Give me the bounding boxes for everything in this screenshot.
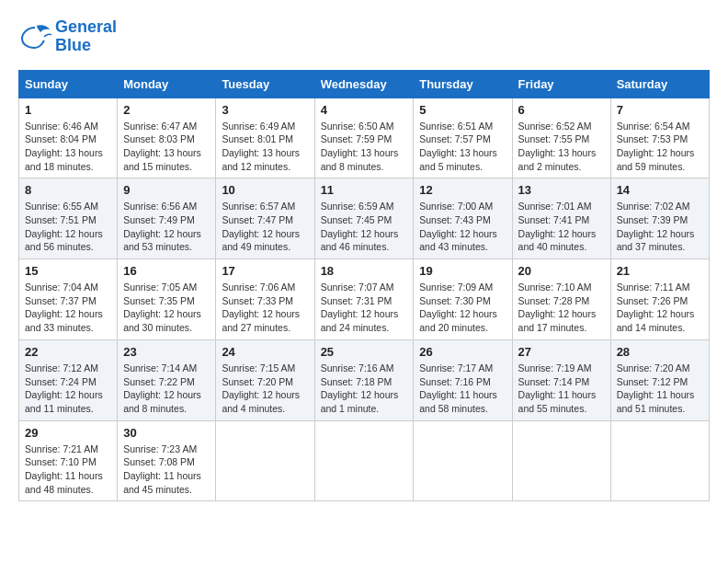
column-header-sunday: Sunday: [19, 70, 118, 98]
calendar-cell: 23Sunrise: 7:14 AM Sunset: 7:22 PM Dayli…: [118, 339, 216, 420]
day-info: Sunrise: 6:56 AM Sunset: 7:49 PM Dayligh…: [123, 200, 210, 254]
calendar-cell: 13Sunrise: 7:01 AM Sunset: 7:41 PM Dayli…: [512, 178, 610, 259]
day-number: 24: [222, 345, 308, 359]
week-row-2: 8Sunrise: 6:55 AM Sunset: 7:51 PM Daylig…: [19, 178, 710, 259]
column-header-thursday: Thursday: [414, 70, 512, 98]
day-info: Sunrise: 7:06 AM Sunset: 7:33 PM Dayligh…: [222, 281, 308, 335]
calendar-cell: [216, 420, 314, 501]
day-info: Sunrise: 7:21 AM Sunset: 7:10 PM Dayligh…: [25, 442, 111, 497]
day-info: Sunrise: 6:50 AM Sunset: 7:59 PM Dayligh…: [321, 120, 408, 174]
day-info: Sunrise: 7:23 AM Sunset: 7:08 PM Dayligh…: [123, 442, 210, 497]
day-number: 18: [321, 264, 408, 278]
day-info: Sunrise: 7:10 AM Sunset: 7:28 PM Dayligh…: [518, 281, 605, 335]
day-number: 19: [419, 264, 506, 278]
calendar-cell: 9Sunrise: 6:56 AM Sunset: 7:49 PM Daylig…: [118, 178, 216, 259]
column-header-wednesday: Wednesday: [314, 70, 414, 98]
day-number: 17: [222, 264, 308, 278]
calendar-cell: 21Sunrise: 7:11 AM Sunset: 7:26 PM Dayli…: [610, 259, 709, 340]
day-number: 12: [419, 183, 506, 197]
day-number: 5: [419, 103, 506, 117]
column-header-tuesday: Tuesday: [216, 70, 314, 98]
calendar-cell: 26Sunrise: 7:17 AM Sunset: 7:16 PM Dayli…: [414, 339, 512, 420]
calendar-cell: 27Sunrise: 7:19 AM Sunset: 7:14 PM Dayli…: [512, 339, 610, 420]
calendar-cell: 29Sunrise: 7:21 AM Sunset: 7:10 PM Dayli…: [19, 420, 118, 501]
day-info: Sunrise: 7:20 AM Sunset: 7:12 PM Dayligh…: [617, 362, 703, 416]
logo: GeneralBlue: [18, 18, 117, 55]
calendar-cell: 17Sunrise: 7:06 AM Sunset: 7:33 PM Dayli…: [216, 259, 314, 340]
calendar-cell: [314, 420, 414, 501]
column-header-saturday: Saturday: [610, 70, 709, 98]
day-number: 3: [222, 103, 308, 117]
day-number: 1: [25, 103, 111, 117]
day-number: 2: [123, 103, 210, 117]
week-row-3: 15Sunrise: 7:04 AM Sunset: 7:37 PM Dayli…: [19, 259, 710, 340]
day-info: Sunrise: 7:16 AM Sunset: 7:18 PM Dayligh…: [321, 362, 408, 416]
day-info: Sunrise: 6:52 AM Sunset: 7:55 PM Dayligh…: [518, 120, 605, 174]
day-info: Sunrise: 7:19 AM Sunset: 7:14 PM Dayligh…: [518, 362, 605, 416]
calendar-cell: 5Sunrise: 6:51 AM Sunset: 7:57 PM Daylig…: [414, 98, 512, 178]
calendar-cell: 20Sunrise: 7:10 AM Sunset: 7:28 PM Dayli…: [512, 259, 610, 340]
calendar-cell: 28Sunrise: 7:20 AM Sunset: 7:12 PM Dayli…: [610, 339, 709, 420]
day-number: 30: [123, 426, 210, 440]
calendar-cell: [512, 420, 610, 501]
calendar-cell: 4Sunrise: 6:50 AM Sunset: 7:59 PM Daylig…: [314, 98, 414, 178]
calendar-cell: 24Sunrise: 7:15 AM Sunset: 7:20 PM Dayli…: [216, 339, 314, 420]
day-info: Sunrise: 7:05 AM Sunset: 7:35 PM Dayligh…: [123, 281, 210, 335]
day-number: 29: [25, 426, 111, 440]
calendar-cell: 25Sunrise: 7:16 AM Sunset: 7:18 PM Dayli…: [314, 339, 414, 420]
calendar-cell: 1Sunrise: 6:46 AM Sunset: 8:04 PM Daylig…: [19, 98, 118, 178]
day-number: 28: [617, 345, 703, 359]
calendar-cell: 6Sunrise: 6:52 AM Sunset: 7:55 PM Daylig…: [512, 98, 610, 178]
day-number: 13: [518, 183, 605, 197]
day-info: Sunrise: 7:17 AM Sunset: 7:16 PM Dayligh…: [419, 362, 506, 416]
day-number: 27: [518, 345, 605, 359]
day-info: Sunrise: 6:54 AM Sunset: 7:53 PM Dayligh…: [617, 120, 703, 174]
day-info: Sunrise: 7:14 AM Sunset: 7:22 PM Dayligh…: [123, 362, 210, 416]
day-info: Sunrise: 6:49 AM Sunset: 8:01 PM Dayligh…: [222, 120, 308, 174]
day-number: 4: [321, 103, 408, 117]
day-number: 14: [617, 183, 703, 197]
day-number: 23: [123, 345, 210, 359]
calendar-cell: 14Sunrise: 7:02 AM Sunset: 7:39 PM Dayli…: [610, 178, 709, 259]
calendar-cell: 7Sunrise: 6:54 AM Sunset: 7:53 PM Daylig…: [610, 98, 709, 178]
day-number: 8: [25, 183, 111, 197]
calendar-cell: 22Sunrise: 7:12 AM Sunset: 7:24 PM Dayli…: [19, 339, 118, 420]
day-info: Sunrise: 6:59 AM Sunset: 7:45 PM Dayligh…: [321, 200, 408, 254]
day-number: 21: [617, 264, 703, 278]
day-info: Sunrise: 7:00 AM Sunset: 7:43 PM Dayligh…: [419, 200, 506, 254]
logo-icon: [18, 24, 51, 50]
calendar-cell: 16Sunrise: 7:05 AM Sunset: 7:35 PM Dayli…: [118, 259, 216, 340]
header-row: SundayMondayTuesdayWednesdayThursdayFrid…: [19, 70, 710, 98]
day-number: 20: [518, 264, 605, 278]
calendar-cell: 18Sunrise: 7:07 AM Sunset: 7:31 PM Dayli…: [314, 259, 414, 340]
day-info: Sunrise: 7:12 AM Sunset: 7:24 PM Dayligh…: [25, 362, 111, 416]
day-info: Sunrise: 7:01 AM Sunset: 7:41 PM Dayligh…: [518, 200, 605, 254]
day-number: 26: [419, 345, 506, 359]
calendar-table: SundayMondayTuesdayWednesdayThursdayFrid…: [18, 70, 710, 502]
calendar-cell: 3Sunrise: 6:49 AM Sunset: 8:01 PM Daylig…: [216, 98, 314, 178]
calendar-cell: 19Sunrise: 7:09 AM Sunset: 7:30 PM Dayli…: [414, 259, 512, 340]
column-header-monday: Monday: [118, 70, 216, 98]
day-info: Sunrise: 6:47 AM Sunset: 8:03 PM Dayligh…: [123, 120, 210, 174]
calendar-cell: 8Sunrise: 6:55 AM Sunset: 7:51 PM Daylig…: [19, 178, 118, 259]
day-number: 9: [123, 183, 210, 197]
day-number: 6: [518, 103, 605, 117]
day-number: 22: [25, 345, 111, 359]
day-info: Sunrise: 7:09 AM Sunset: 7:30 PM Dayligh…: [419, 281, 506, 335]
week-row-4: 22Sunrise: 7:12 AM Sunset: 7:24 PM Dayli…: [19, 339, 710, 420]
day-number: 16: [123, 264, 210, 278]
day-info: Sunrise: 6:55 AM Sunset: 7:51 PM Dayligh…: [25, 200, 111, 254]
day-number: 15: [25, 264, 111, 278]
calendar-cell: 12Sunrise: 7:00 AM Sunset: 7:43 PM Dayli…: [414, 178, 512, 259]
calendar-cell: 10Sunrise: 6:57 AM Sunset: 7:47 PM Dayli…: [216, 178, 314, 259]
calendar-cell: 15Sunrise: 7:04 AM Sunset: 7:37 PM Dayli…: [19, 259, 118, 340]
calendar-cell: [610, 420, 709, 501]
day-info: Sunrise: 7:15 AM Sunset: 7:20 PM Dayligh…: [222, 362, 308, 416]
day-number: 10: [222, 183, 308, 197]
day-info: Sunrise: 7:04 AM Sunset: 7:37 PM Dayligh…: [25, 281, 111, 335]
day-info: Sunrise: 7:11 AM Sunset: 7:26 PM Dayligh…: [617, 281, 703, 335]
day-info: Sunrise: 6:51 AM Sunset: 7:57 PM Dayligh…: [419, 120, 506, 174]
day-info: Sunrise: 7:07 AM Sunset: 7:31 PM Dayligh…: [321, 281, 408, 335]
week-row-1: 1Sunrise: 6:46 AM Sunset: 8:04 PM Daylig…: [19, 98, 710, 178]
calendar-cell: [414, 420, 512, 501]
